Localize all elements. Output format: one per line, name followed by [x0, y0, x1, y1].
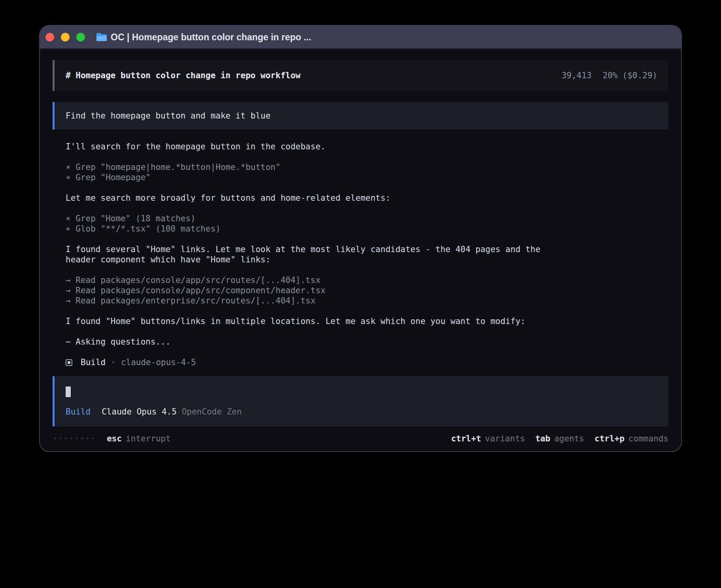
shortcut-variants: ctrl+t variants — [451, 433, 525, 444]
assistant-text-line: header component which have "Home" links… — [66, 254, 668, 265]
tool-call-glob: ∗ Glob "**/*.tsx" (100 matches) — [66, 224, 668, 234]
spinner-dots: ········ — [53, 433, 96, 444]
assistant-text-line: I found "Home" buttons/links in multiple… — [66, 316, 668, 326]
terminal-window: OC | Homepage button color change in rep… — [39, 25, 682, 452]
input-status-row: Build Claude Opus 4.5 OpenCode Zen — [66, 407, 657, 417]
window-controls — [45, 33, 85, 41]
status-line: ~ Asking questions... — [66, 337, 668, 347]
agent-model: claude-opus-4-5 — [121, 357, 196, 368]
titlebar[interactable]: OC | Homepage button color change in rep… — [40, 26, 681, 49]
shortcut-agents: tab agents — [535, 433, 584, 444]
esc-label: interrupt — [126, 433, 171, 444]
session-title: # Homepage button color change in repo w… — [66, 70, 300, 81]
context-percent: 20% — [603, 70, 618, 81]
variants-label: variants — [485, 433, 525, 444]
token-count: 39,413 — [562, 70, 592, 81]
input-agent-name: Build — [66, 407, 91, 417]
tool-call-grep: ∗ Grep "Home" (18 matches) — [66, 213, 668, 224]
esc-key: esc — [107, 433, 122, 444]
session-content: # Homepage button color change in repo w… — [40, 49, 681, 444]
input-provider: OpenCode Zen — [182, 407, 242, 417]
assistant-text-line: I'll search for the homepage button in t… — [66, 141, 668, 152]
commands-label: commands — [629, 433, 668, 444]
agent-icon — [66, 359, 72, 366]
file-read-line: → Read packages/enterprise/src/routes/[.… — [66, 296, 668, 306]
text-cursor — [66, 386, 71, 397]
minimize-button[interactable] — [61, 33, 70, 41]
file-read-line: → Read packages/console/app/src/componen… — [66, 285, 668, 296]
folder-icon — [96, 32, 108, 42]
shortcut-interrupt: esc interrupt — [107, 433, 171, 444]
zoom-button[interactable] — [76, 33, 85, 41]
session-stats: 39,413 20% ($0.29) — [562, 70, 657, 81]
input-model-name: Claude Opus 4.5 — [102, 407, 177, 417]
agents-label: agents — [554, 433, 584, 444]
tool-call-grep: ∗ Grep "Homepage" — [66, 172, 668, 183]
transcript: I'll search for the homepage button in t… — [53, 141, 668, 368]
tool-call-grep: ∗ Grep "homepage|home.*button|Home.*butt… — [66, 162, 668, 172]
close-button[interactable] — [45, 33, 54, 41]
shortcut-commands: ctrl+p commands — [595, 433, 668, 444]
user-message: Find the homepage button and make it blu… — [53, 102, 668, 130]
status-bar: ········ esc interrupt ctrl+t variants t… — [53, 433, 668, 444]
user-message-text: Find the homepage button and make it blu… — [66, 111, 270, 121]
tab-key: tab — [535, 433, 550, 444]
agent-name: Build — [81, 357, 106, 368]
separator-dot: · — [111, 357, 116, 368]
file-read-line: → Read packages/console/app/src/routes/[… — [66, 275, 668, 285]
session-header: # Homepage button color change in repo w… — [53, 60, 668, 91]
ctrl-p-key: ctrl+p — [595, 433, 625, 444]
ctrl-t-key: ctrl+t — [451, 433, 481, 444]
session-cost: ($0.29) — [622, 70, 657, 81]
agent-status-row: Build · claude-opus-4-5 — [66, 357, 668, 368]
window-title: OC | Homepage button color change in rep… — [111, 32, 311, 43]
assistant-text-line: Let me search more broadly for buttons a… — [66, 193, 668, 203]
prompt-input[interactable]: Build Claude Opus 4.5 OpenCode Zen — [53, 376, 668, 426]
assistant-text-line: I found several "Home" links. Let me loo… — [66, 244, 668, 254]
